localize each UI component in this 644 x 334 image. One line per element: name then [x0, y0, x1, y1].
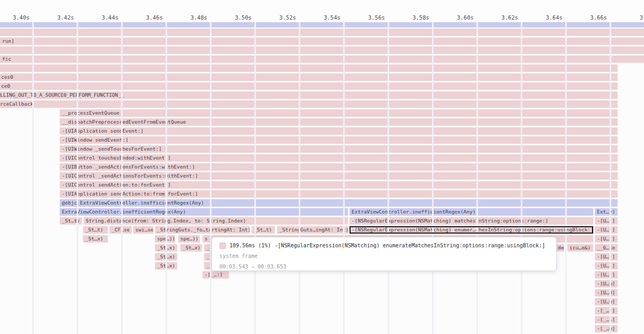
- tooltip-symbol: -[NSRegularExpression(NSMatching) enumer…: [274, 240, 545, 251]
- time-ruler[interactable]: 3.40s3.42s3.44s3.46s3.48s3.50s3.52s3.54s…: [0, 0, 644, 22]
- gridline: [610, 22, 611, 334]
- frame-cell[interactable]: run]: [0, 38, 644, 45]
- instruments-flame-graph: 3.40s3.42s3.44s3.46s3.48s3.50s3.52s3.54s…: [0, 0, 644, 334]
- frame-cell[interactable]: __processEventQueue: [60, 109, 618, 117]
- frame-cell[interactable]: spe…)): [155, 235, 175, 243]
- frame-cell[interactable]: -[U…:]: [595, 262, 618, 270]
- gridline: [254, 22, 256, 334]
- frame-cell[interactable]: -[UIButton _sendActionsForEvents:withEve…: [60, 163, 618, 171]
- ruler-tick-label: 3.52s: [279, 14, 296, 21]
- ruler-tick-label: 3.40s: [13, 14, 30, 21]
- gridline: [476, 22, 478, 334]
- frame-cell[interactable]: _CF…se: [109, 226, 132, 234]
- frame-cell[interactable]: spe…)): [178, 235, 200, 243]
- ruler-tick-label: 3.46s: [146, 14, 163, 21]
- tooltip-frame-kind: system frame: [219, 251, 556, 262]
- frame-cell[interactable]: __dispatchPreprocessedEventFromEventQueu…: [60, 118, 618, 126]
- gridline: [121, 22, 123, 334]
- frame-cell[interactable]: _St…x): [180, 244, 202, 252]
- frame-cell[interactable]: LLING_OUT_TO_A_SOURCE0_PERFORM_FUNCTION_…: [0, 91, 618, 99]
- frame-cell[interactable]: _St…x): [83, 235, 108, 243]
- gridline: [432, 22, 434, 334]
- frame-cell[interactable]: ExtraViewController.inefficientRegex(Any…: [60, 208, 348, 216]
- frame-cell[interactable]: String.distance(from: String.Index, to: …: [84, 217, 348, 225]
- frame-cell[interactable]: -[U…:]: [595, 271, 618, 279]
- frame-cell[interactable]: -[U…w]: [595, 298, 618, 305]
- frame-cell[interactable]: fic: [0, 55, 644, 63]
- frame-cell[interactable]: -[U…w]: [595, 280, 618, 287]
- ruler-tick-label: 3.64s: [546, 14, 563, 21]
- selection-outline: [349, 226, 593, 234]
- frame-cell[interactable]: [0, 29, 644, 36]
- frame-cell[interactable]: -[U…:]: [595, 217, 618, 225]
- frame-cell[interactable]: _St…t): [83, 226, 108, 234]
- frame-cell[interactable]: [0, 64, 618, 72]
- frame-cell[interactable]: -[UIControl _sendActionsForEvents:withEv…: [60, 172, 618, 180]
- frame-cell[interactable]: _St…t): [60, 217, 82, 225]
- gridline: [210, 22, 211, 334]
- thread-activity-bar[interactable]: [0, 22, 644, 27]
- ruler-tick-label: 3.: [640, 14, 644, 21]
- gridline: [521, 22, 522, 334]
- frame-cell[interactable]: -[U…:]: [595, 235, 618, 243]
- ruler-tick-label: 3.50s: [235, 14, 252, 21]
- frame-cell[interactable]: swi…se: [133, 226, 153, 234]
- frame-cell[interactable]: -[U…d]: [595, 289, 618, 296]
- frame-cell[interactable]: -[UIControl sendAction:to:forEvent:]: [60, 181, 618, 189]
- frame-cell[interactable]: __6…ke: [595, 244, 618, 252]
- gridline: [388, 22, 389, 334]
- gridline: [565, 22, 567, 334]
- frame-cell[interactable]: -[U…:]: [595, 253, 618, 261]
- frame-color-swatch: [219, 243, 226, 249]
- frame-cell[interactable]: -[_…w]: [595, 325, 618, 332]
- frame-cell[interactable]: -[_…:]: [203, 271, 229, 279]
- frame-cell[interactable]: Ext…y): [595, 208, 618, 216]
- frame-cell[interactable]: -[U…:]: [595, 226, 618, 234]
- ruler-tick-label: 3.58s: [412, 14, 429, 21]
- frame-cell[interactable]: _StringGuts._fo…tartingAt: Int): [155, 226, 250, 234]
- frame-cell[interactable]: ce0: [0, 82, 618, 90]
- frame-cell[interactable]: [0, 47, 644, 54]
- frame-cell[interactable]: ces0: [0, 73, 618, 81]
- frame-cell[interactable]: -[UIApplication sendAction:to:from:forEv…: [60, 190, 618, 198]
- frame-cell[interactable]: -[_…:]: [595, 307, 618, 314]
- gridline: [299, 22, 300, 334]
- ruler-tick-label: 3.60s: [457, 14, 474, 21]
- frame-cell[interactable]: -[UIWindow _sendTouchesForEvent:]: [60, 145, 618, 153]
- gridline: [32, 22, 34, 334]
- frame-cell[interactable]: -[_…s]: [595, 316, 618, 323]
- ruler-tick-label: 3.54s: [324, 14, 341, 21]
- ruler-tick-label: 3.62s: [501, 14, 518, 21]
- frame-cell[interactable]: ExtraViewController.inefficientRegex(Any…: [349, 208, 593, 216]
- frame-cell[interactable]: rceCallback: [0, 100, 618, 108]
- frame-cell[interactable]: _StringGuts…ingAt: Int): [277, 226, 348, 234]
- frame-cell[interactable]: -[UIApplication sendEvent:]: [60, 127, 618, 135]
- ruler-tick-label: 3.66s: [590, 14, 607, 21]
- gridline: [343, 22, 345, 334]
- frame-cell[interactable]: @objc ExtraViewController.inefficientReg…: [60, 199, 618, 207]
- tooltip-time-range: 00:03.543 — 00:03.653: [219, 262, 556, 271]
- ruler-tick-label: 3.48s: [190, 14, 207, 21]
- gridline: [77, 22, 78, 334]
- ruler-tick-label: 3.42s: [57, 14, 74, 21]
- gridline: [165, 22, 167, 334]
- ruler-tick-label: 3.56s: [368, 14, 385, 21]
- ruler-tick-label: 3.44s: [102, 14, 118, 21]
- frame-cell[interactable]: icu…e&): [567, 244, 593, 252]
- frame-cell[interactable]: -[UIControl touchesEnded:withEvent:]: [60, 154, 618, 162]
- frame-cell[interactable]: -[NSRegularExpression(NSMatching) matche…: [349, 217, 593, 225]
- frame-tooltip: 109.56ms (1%) -[NSRegularExpression(NSMa…: [211, 237, 557, 271]
- tooltip-duration: 109.56ms (1%): [229, 240, 271, 251]
- frame-cell[interactable]: -[UIWindow sendEvent:]: [60, 136, 618, 144]
- tooltip-title-line: 109.56ms (1%) -[NSRegularExpression(NSMa…: [219, 240, 556, 251]
